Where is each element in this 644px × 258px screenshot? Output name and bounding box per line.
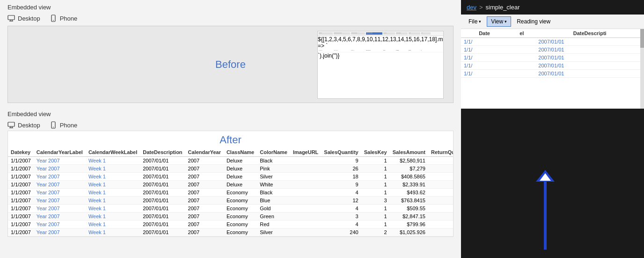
table-row: 1/1/2007Year 2007Week 12007/01/012007Eco… <box>8 229 453 236</box>
table-row: 1/1/2007Year 2007Week 12007/01/012007Eco… <box>8 221 453 229</box>
table-cell: 2007 <box>185 181 224 189</box>
table-cell: 1/1/2007 <box>8 221 34 229</box>
table-cell: Pink <box>257 165 290 173</box>
table-cell: 0 <box>428 181 453 189</box>
table-cell: 1/1/2007 <box>8 189 34 197</box>
table-cell: 2007/01/01 <box>140 181 185 189</box>
table-cell: 4 <box>321 205 361 213</box>
phone-toggle-1[interactable]: Phone <box>50 15 78 22</box>
table-cell: 0 <box>428 189 453 197</box>
after-label: After <box>8 131 453 148</box>
table-cell: $2,580,911 <box>390 157 428 165</box>
table-cell: Week 1 <box>86 221 140 229</box>
desktop-label-2: Desktop <box>18 122 40 129</box>
desktop-icon-2 <box>7 121 15 129</box>
table-cell: Deluxe <box>224 181 257 189</box>
before-thumbnail: Datekey CalendarYearLabel CalendarWeek D… <box>317 31 444 99</box>
table-cell: 4 <box>321 221 361 229</box>
right-partial-table: Date el DateDescripti 1/1/2007/01/01 1/1… <box>461 29 644 78</box>
right-table-row: 1/1/2007/01/01 <box>461 70 644 78</box>
table-row: 1/1/2007Year 2007Week 12007/01/012007Del… <box>8 157 453 165</box>
table-cell: 1 <box>361 181 390 189</box>
arrow-container <box>527 168 564 253</box>
table-cell: 0 <box>428 205 453 213</box>
table-cell: Economy <box>224 205 257 213</box>
reading-view-label: Reading view <box>517 18 550 25</box>
col-datekey: Datekey <box>8 148 34 157</box>
table-cell: 4 <box>321 189 361 197</box>
table-cell: 0 <box>428 221 453 229</box>
table-cell: Silver <box>257 173 290 181</box>
desktop-label-1: Desktop <box>18 15 40 22</box>
table-cell: 9 <box>321 181 361 189</box>
table-cell: 1/1/2007 <box>8 165 34 173</box>
scrollbar-thumb[interactable] <box>640 29 644 48</box>
desktop-toggle-1[interactable]: Desktop <box>7 15 40 22</box>
table-cell: Economy <box>224 221 257 229</box>
table-cell: Year 2007 <box>34 229 86 236</box>
table-cell: 1 <box>428 213 453 221</box>
breadcrumb-dev-link[interactable]: dev <box>467 4 476 11</box>
table-cell: Economy <box>224 229 257 236</box>
table-cell: Week 1 <box>86 165 140 173</box>
breadcrumb-separator: > <box>479 4 483 11</box>
table-cell: $799.96 <box>390 221 428 229</box>
table-cell: 1/1/2007 <box>8 197 34 205</box>
table-cell: White <box>257 181 290 189</box>
phone-toggle-2[interactable]: Phone <box>50 121 78 129</box>
table-cell: 240 <box>321 229 361 236</box>
breadcrumb-current: simple_clear <box>486 4 520 11</box>
view-label: View <box>491 18 503 25</box>
table-cell: 2007 <box>185 157 224 165</box>
left-panel: Embedded view Desktop Phone <box>0 0 461 258</box>
table-cell: 2007/01/01 <box>140 205 185 213</box>
view-dropdown-arrow: ▾ <box>505 19 507 24</box>
desktop-toggle-2[interactable]: Desktop <box>7 121 40 129</box>
table-cell: 2007 <box>185 213 224 221</box>
table-cell: Economy <box>224 197 257 205</box>
right-scrollbar[interactable] <box>640 29 644 109</box>
table-cell: 2007 <box>185 221 224 229</box>
svg-point-11 <box>53 127 54 128</box>
table-cell: $408.5865 <box>390 173 428 181</box>
table-cell: Gold <box>257 205 290 213</box>
svg-rect-6 <box>8 122 15 126</box>
table-cell: 1 <box>428 197 453 205</box>
col-colorname: ColorName <box>257 148 290 157</box>
right-col-el: el <box>508 29 535 38</box>
file-dropdown-arrow: ▾ <box>479 19 481 24</box>
view-toggle-1: Desktop Phone <box>0 13 461 26</box>
table-cell <box>290 197 321 205</box>
col-imageurl: ImageURL <box>290 148 321 157</box>
table-cell: Silver <box>257 229 290 236</box>
table-cell: $509.55 <box>390 205 428 213</box>
table-cell <box>290 189 321 197</box>
col-returnquantity: ReturnQuantity <box>428 148 453 157</box>
table-row: 1/1/2007Year 2007Week 12007/01/012007Eco… <box>8 205 453 213</box>
table-cell: 2007/01/01 <box>140 213 185 221</box>
table-cell: 2007 <box>185 165 224 173</box>
table-cell: $1,025.926 <box>390 229 428 236</box>
table-cell: 3 <box>321 213 361 221</box>
table-cell: Week 1 <box>86 213 140 221</box>
col-salesquantity: SalesQuantity <box>321 148 361 157</box>
table-cell: Year 2007 <box>34 221 86 229</box>
col-classname: ClassName <box>224 148 257 157</box>
table-cell <box>290 229 321 236</box>
reading-view-button[interactable]: Reading view <box>513 17 554 26</box>
table-cell: 2007/01/01 <box>140 189 185 197</box>
table-cell: 1/1/2007 <box>8 181 34 189</box>
table-cell: 1 <box>361 221 390 229</box>
table-cell: $493.62 <box>390 189 428 197</box>
table-cell: Red <box>257 221 290 229</box>
table-cell: Green <box>257 213 290 221</box>
view-button[interactable]: View ▾ <box>487 16 511 27</box>
table-cell: 2007/01/01 <box>140 221 185 229</box>
table-cell: Black <box>257 157 290 165</box>
table-cell <box>290 205 321 213</box>
table-cell: Deluxe <box>224 173 257 181</box>
data-table: Datekey CalendarYearLabel CalendarWeekLa… <box>8 148 453 236</box>
table-cell: 1 <box>361 165 390 173</box>
file-button[interactable]: File ▾ <box>465 17 485 26</box>
table-cell: 2007/01/01 <box>140 173 185 181</box>
